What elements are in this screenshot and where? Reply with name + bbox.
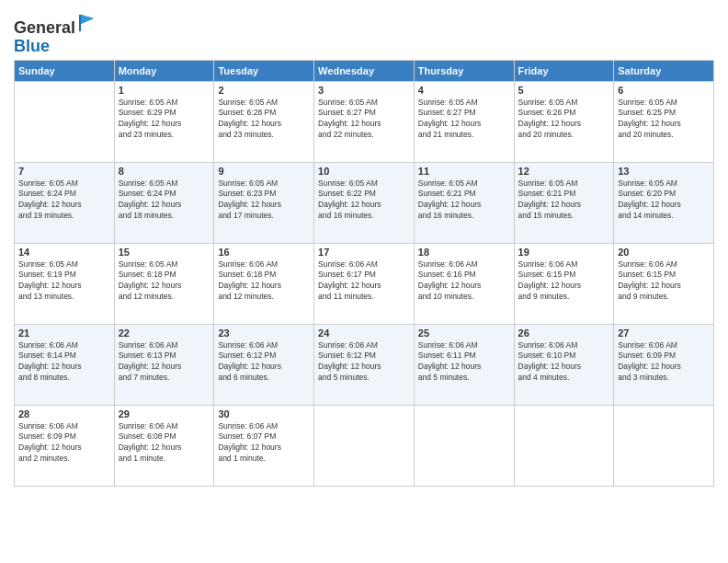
day-info: Sunrise: 6:06 AM Sunset: 6:17 PM Dayligh… <box>318 259 410 304</box>
calendar-week-row: 14Sunrise: 6:05 AM Sunset: 6:19 PM Dayli… <box>15 243 714 324</box>
day-info: Sunrise: 6:05 AM Sunset: 6:21 PM Dayligh… <box>518 178 610 223</box>
calendar-cell <box>15 81 115 162</box>
day-number: 16 <box>218 247 310 258</box>
day-info: Sunrise: 6:06 AM Sunset: 6:09 PM Dayligh… <box>18 421 110 465</box>
svg-marker-1 <box>81 15 94 24</box>
weekday-header-wednesday: Wednesday <box>314 60 415 81</box>
day-info: Sunrise: 6:06 AM Sunset: 6:15 PM Dayligh… <box>518 259 610 304</box>
calendar-week-row: 7Sunrise: 6:05 AM Sunset: 6:24 PM Daylig… <box>15 162 714 243</box>
calendar-cell <box>314 405 415 486</box>
weekday-header-sunday: Sunday <box>15 60 115 81</box>
calendar-cell: 20Sunrise: 6:06 AM Sunset: 6:15 PM Dayli… <box>614 243 714 324</box>
weekday-header-tuesday: Tuesday <box>214 60 314 81</box>
day-info: Sunrise: 6:06 AM Sunset: 6:18 PM Dayligh… <box>218 259 310 304</box>
calendar-cell: 16Sunrise: 6:06 AM Sunset: 6:18 PM Dayli… <box>214 243 314 324</box>
calendar-cell: 19Sunrise: 6:06 AM Sunset: 6:15 PM Dayli… <box>514 243 614 324</box>
calendar-cell: 22Sunrise: 6:06 AM Sunset: 6:13 PM Dayli… <box>114 324 214 405</box>
day-number: 15 <box>119 247 210 258</box>
calendar-cell: 15Sunrise: 6:05 AM Sunset: 6:18 PM Dayli… <box>114 243 214 324</box>
calendar-week-row: 1Sunrise: 6:05 AM Sunset: 6:29 PM Daylig… <box>15 81 714 162</box>
calendar-cell: 21Sunrise: 6:06 AM Sunset: 6:14 PM Dayli… <box>15 324 115 405</box>
calendar-cell: 27Sunrise: 6:06 AM Sunset: 6:09 PM Dayli… <box>614 324 714 405</box>
logo: General Blue <box>14 13 97 56</box>
calendar-cell: 14Sunrise: 6:05 AM Sunset: 6:19 PM Dayli… <box>15 243 115 324</box>
day-number: 19 <box>518 247 610 258</box>
day-info: Sunrise: 6:05 AM Sunset: 6:21 PM Dayligh… <box>418 178 510 223</box>
weekday-header-friday: Friday <box>514 60 614 81</box>
logo-flag-icon <box>77 13 97 33</box>
day-number: 20 <box>618 247 710 258</box>
day-number: 23 <box>218 327 310 339</box>
day-info: Sunrise: 6:05 AM Sunset: 6:25 PM Dayligh… <box>618 98 710 142</box>
calendar-cell: 4Sunrise: 6:05 AM Sunset: 6:27 PM Daylig… <box>414 81 514 162</box>
calendar-cell: 23Sunrise: 6:06 AM Sunset: 6:12 PM Dayli… <box>214 324 314 405</box>
day-info: Sunrise: 6:06 AM Sunset: 6:11 PM Dayligh… <box>418 340 510 385</box>
calendar-cell: 25Sunrise: 6:06 AM Sunset: 6:11 PM Dayli… <box>414 324 514 405</box>
calendar-cell: 6Sunrise: 6:05 AM Sunset: 6:25 PM Daylig… <box>614 81 714 162</box>
day-info: Sunrise: 6:06 AM Sunset: 6:16 PM Dayligh… <box>418 259 510 304</box>
day-number: 29 <box>119 408 210 419</box>
day-info: Sunrise: 6:05 AM Sunset: 6:19 PM Dayligh… <box>18 259 110 304</box>
day-number: 28 <box>18 408 110 419</box>
calendar-cell: 28Sunrise: 6:06 AM Sunset: 6:09 PM Dayli… <box>15 405 115 486</box>
day-info: Sunrise: 6:05 AM Sunset: 6:27 PM Dayligh… <box>418 98 510 142</box>
calendar-cell: 17Sunrise: 6:06 AM Sunset: 6:17 PM Dayli… <box>314 243 415 324</box>
day-info: Sunrise: 6:06 AM Sunset: 6:08 PM Dayligh… <box>119 421 210 465</box>
calendar-cell: 30Sunrise: 6:06 AM Sunset: 6:07 PM Dayli… <box>214 405 314 486</box>
calendar-cell: 29Sunrise: 6:06 AM Sunset: 6:08 PM Dayli… <box>114 405 214 486</box>
calendar-cell: 2Sunrise: 6:05 AM Sunset: 6:28 PM Daylig… <box>214 81 314 162</box>
day-info: Sunrise: 6:05 AM Sunset: 6:22 PM Dayligh… <box>318 178 410 223</box>
weekday-header-monday: Monday <box>114 60 214 81</box>
day-info: Sunrise: 6:05 AM Sunset: 6:23 PM Dayligh… <box>218 178 310 223</box>
calendar-cell <box>614 405 714 486</box>
day-number: 11 <box>418 166 510 177</box>
day-info: Sunrise: 6:06 AM Sunset: 6:12 PM Dayligh… <box>318 340 410 385</box>
day-number: 1 <box>119 85 210 96</box>
calendar-cell: 24Sunrise: 6:06 AM Sunset: 6:12 PM Dayli… <box>314 324 415 405</box>
day-number: 25 <box>418 327 510 339</box>
weekday-header-row: SundayMondayTuesdayWednesdayThursdayFrid… <box>15 60 714 81</box>
day-number: 4 <box>418 85 510 96</box>
day-info: Sunrise: 6:06 AM Sunset: 6:10 PM Dayligh… <box>518 340 610 385</box>
calendar-cell: 9Sunrise: 6:05 AM Sunset: 6:23 PM Daylig… <box>214 162 314 243</box>
day-number: 8 <box>119 166 210 177</box>
calendar-cell: 11Sunrise: 6:05 AM Sunset: 6:21 PM Dayli… <box>414 162 514 243</box>
calendar-cell: 3Sunrise: 6:05 AM Sunset: 6:27 PM Daylig… <box>314 81 415 162</box>
weekday-header-thursday: Thursday <box>414 60 514 81</box>
day-number: 10 <box>318 166 410 177</box>
day-info: Sunrise: 6:05 AM Sunset: 6:26 PM Dayligh… <box>518 98 610 142</box>
day-number: 2 <box>218 85 310 96</box>
logo-blue: Blue <box>14 37 50 55</box>
calendar-cell: 26Sunrise: 6:06 AM Sunset: 6:10 PM Dayli… <box>514 324 614 405</box>
calendar-cell: 1Sunrise: 6:05 AM Sunset: 6:29 PM Daylig… <box>114 81 214 162</box>
calendar-cell: 12Sunrise: 6:05 AM Sunset: 6:21 PM Dayli… <box>514 162 614 243</box>
calendar-cell: 13Sunrise: 6:05 AM Sunset: 6:20 PM Dayli… <box>614 162 714 243</box>
day-info: Sunrise: 6:06 AM Sunset: 6:13 PM Dayligh… <box>119 340 210 385</box>
calendar-cell: 7Sunrise: 6:05 AM Sunset: 6:24 PM Daylig… <box>15 162 115 243</box>
weekday-header-saturday: Saturday <box>614 60 714 81</box>
day-number: 24 <box>318 327 410 339</box>
day-number: 5 <box>518 85 610 96</box>
day-number: 17 <box>318 247 410 258</box>
day-number: 14 <box>18 247 110 258</box>
day-number: 13 <box>618 166 710 177</box>
day-number: 26 <box>518 327 610 339</box>
day-number: 3 <box>318 85 410 96</box>
day-number: 9 <box>218 166 310 177</box>
day-info: Sunrise: 6:06 AM Sunset: 6:15 PM Dayligh… <box>618 259 710 304</box>
calendar-cell: 5Sunrise: 6:05 AM Sunset: 6:26 PM Daylig… <box>514 81 614 162</box>
day-info: Sunrise: 6:05 AM Sunset: 6:28 PM Dayligh… <box>218 98 310 142</box>
day-info: Sunrise: 6:05 AM Sunset: 6:24 PM Dayligh… <box>119 178 210 223</box>
calendar-table: SundayMondayTuesdayWednesdayThursdayFrid… <box>14 60 714 487</box>
day-number: 30 <box>218 408 310 419</box>
day-info: Sunrise: 6:06 AM Sunset: 6:12 PM Dayligh… <box>218 340 310 385</box>
day-number: 7 <box>18 166 110 177</box>
day-info: Sunrise: 6:05 AM Sunset: 6:27 PM Dayligh… <box>318 98 410 142</box>
logo-general: General <box>14 18 75 37</box>
day-info: Sunrise: 6:06 AM Sunset: 6:09 PM Dayligh… <box>618 340 710 385</box>
day-number: 12 <box>518 166 610 177</box>
calendar-week-row: 21Sunrise: 6:06 AM Sunset: 6:14 PM Dayli… <box>15 324 714 405</box>
day-info: Sunrise: 6:05 AM Sunset: 6:18 PM Dayligh… <box>119 259 210 304</box>
day-info: Sunrise: 6:06 AM Sunset: 6:07 PM Dayligh… <box>218 421 310 465</box>
day-info: Sunrise: 6:06 AM Sunset: 6:14 PM Dayligh… <box>18 340 110 385</box>
